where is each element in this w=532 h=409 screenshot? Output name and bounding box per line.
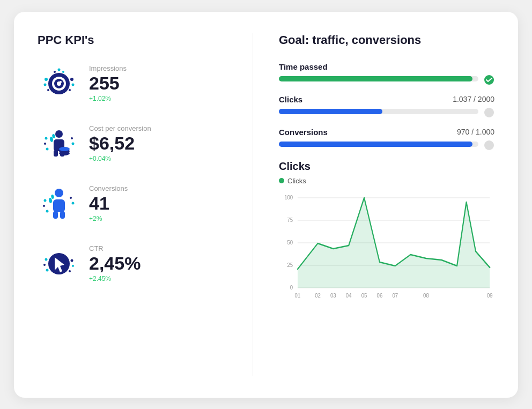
svg-point-29 [43, 205, 45, 207]
svg-text:50: 50 [287, 239, 293, 246]
svg-text:100: 100 [284, 194, 293, 200]
svg-point-18 [72, 142, 75, 145]
kpi-impressions-label: Impressions [89, 64, 127, 72]
progress-time-check [484, 75, 494, 85]
svg-point-3 [70, 78, 73, 81]
person-cost-icon [38, 122, 80, 165]
svg-point-1 [44, 83, 47, 86]
goal-title: Goal: traffic, conversions [279, 33, 494, 47]
progress-clicks-icon [484, 107, 494, 118]
progress-conversions: Conversions 970 / 1.000 [279, 128, 494, 151]
chart-svg: 100 75 50 25 0 01 02 03 04 05 06 [279, 192, 494, 300]
kpi-ctr-value: 2,45% [89, 254, 141, 273]
svg-point-6 [58, 68, 61, 71]
right-column: Goal: traffic, conversions Time passed [279, 33, 494, 376]
progress-conv-label: Conversions [279, 128, 328, 137]
eye-icon [38, 62, 80, 105]
chart-container: 100 75 50 25 0 01 02 03 04 05 06 [279, 192, 494, 300]
svg-text:05: 05 [361, 292, 367, 299]
svg-text:08: 08 [423, 292, 429, 299]
svg-text:25: 25 [287, 262, 293, 268]
svg-point-7 [54, 71, 56, 73]
svg-rect-38 [60, 211, 65, 219]
progress-time-bar-wrap [279, 76, 478, 84]
kpi-cost-label: Cost per conversion [89, 124, 151, 132]
svg-rect-36 [53, 199, 65, 212]
kpi-conversions-text: Conversions 41 +2% [89, 184, 128, 222]
progress-time-bg [279, 76, 478, 81]
svg-point-42 [71, 259, 73, 262]
svg-text:75: 75 [287, 217, 293, 223]
svg-point-14 [45, 137, 48, 139]
kpi-ctr-change: +2.45% [89, 275, 141, 282]
kpi-impressions-value: 255 [89, 73, 127, 93]
kpi-impressions: Impressions 255 +1.02% [38, 62, 240, 105]
svg-point-41 [46, 269, 49, 271]
svg-point-28 [44, 199, 47, 202]
svg-text:06: 06 [377, 292, 383, 299]
cursor-icon [38, 242, 80, 285]
svg-point-43 [72, 265, 74, 267]
chart-legend: Clicks [279, 177, 494, 185]
kpi-cost-text: Cost per conversion $6,52 +0.04% [89, 124, 151, 162]
svg-point-33 [55, 189, 63, 197]
svg-point-31 [70, 197, 72, 199]
progress-clicks-bg [279, 109, 478, 114]
svg-text:03: 03 [330, 292, 336, 299]
svg-rect-37 [53, 211, 58, 219]
kpi-ctr-text: CTR 2,45% +2.45% [89, 244, 141, 282]
kpi-cost-value: $6,52 [89, 133, 151, 153]
svg-text:01: 01 [295, 292, 301, 299]
svg-text:07: 07 [392, 292, 398, 299]
kpi-cost-change: +0.04% [89, 155, 151, 162]
progress-clicks-bar-wrap [279, 109, 478, 116]
svg-point-32 [72, 202, 75, 204]
progress-clicks-label: Clicks [279, 95, 302, 104]
svg-text:02: 02 [315, 292, 321, 299]
svg-point-2 [47, 89, 49, 91]
left-title: PPC KPI's [38, 33, 240, 47]
kpi-ctr-label: CTR [89, 244, 141, 252]
progress-conv-fill [279, 142, 472, 147]
svg-point-4 [72, 83, 75, 86]
chart-section: Clicks Clicks 100 75 50 25 [279, 160, 494, 300]
person-conv-icon [38, 182, 80, 225]
svg-point-8 [62, 71, 64, 73]
legend-label: Clicks [287, 177, 306, 185]
svg-text:0: 0 [290, 284, 293, 291]
svg-point-15 [44, 143, 46, 145]
kpi-conversions-label: Conversions [89, 184, 128, 192]
svg-rect-23 [54, 150, 58, 157]
left-column: PPC KPI's [38, 33, 253, 376]
progress-clicks: Clicks 1.037 / 2000 [279, 95, 494, 118]
kpi-impressions-change: +1.02% [89, 95, 127, 102]
svg-point-0 [45, 78, 48, 81]
progress-conv-value: 970 / 1.000 [457, 128, 494, 136]
svg-point-34 [48, 197, 53, 203]
svg-point-16 [46, 147, 49, 150]
progress-conv-bar-wrap [279, 142, 478, 149]
svg-point-49 [484, 108, 494, 117]
kpi-conversions: Conversions 41 +2% [38, 182, 240, 225]
svg-point-44 [69, 270, 71, 272]
svg-text:04: 04 [346, 292, 352, 299]
svg-point-27 [59, 147, 70, 151]
progress-time: Time passed [279, 62, 494, 85]
chart-title: Clicks [279, 160, 494, 173]
svg-point-30 [46, 210, 49, 212]
svg-point-40 [43, 264, 46, 266]
svg-point-39 [45, 258, 48, 261]
svg-point-17 [71, 137, 73, 139]
progress-time-fill [279, 76, 472, 81]
kpi-conversions-value: 41 [89, 194, 128, 213]
progress-conv-bg [279, 142, 478, 147]
progress-clicks-fill [279, 109, 382, 114]
progress-time-label: Time passed [279, 62, 328, 71]
legend-dot [279, 178, 284, 183]
progress-conv-icon [484, 140, 494, 151]
kpi-cost: Cost per conversion $6,52 +0.04% [38, 122, 240, 165]
svg-point-13 [60, 81, 62, 83]
svg-point-50 [484, 140, 494, 150]
svg-point-35 [51, 194, 55, 199]
progress-clicks-value: 1.037 / 2000 [453, 95, 494, 103]
